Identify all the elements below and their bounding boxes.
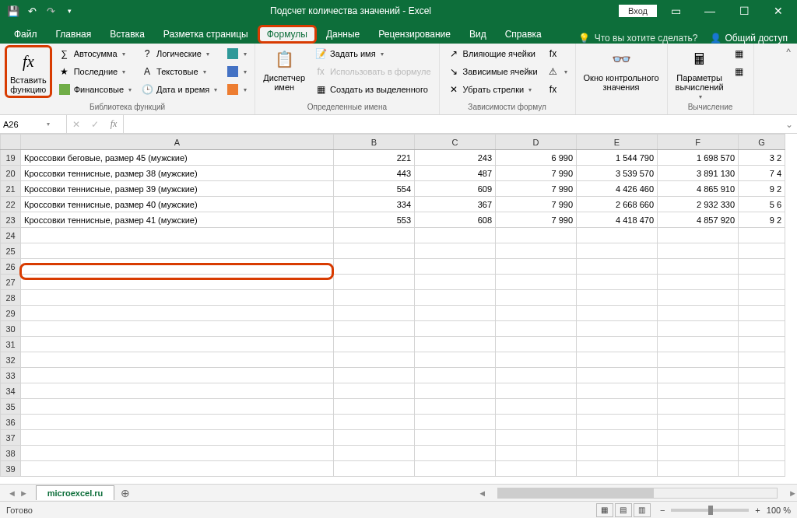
cell[interactable] [496,275,577,290]
cell[interactable]: 443 [334,166,415,181]
tell-me-search[interactable]: 💡 Что вы хотите сделать? [578,33,698,44]
cell[interactable] [577,228,658,243]
cell[interactable] [496,321,577,337]
table-row[interactable]: 33 [1,368,785,383]
formula-input[interactable] [124,115,781,133]
table-row[interactable]: 23 Кроссовки теннисные, размер 41 (мужск… [1,212,785,228]
calc-now-button[interactable]: ▦ [730,45,749,62]
cell[interactable] [21,243,334,259]
cell[interactable] [415,243,496,259]
cell[interactable]: 487 [415,166,496,181]
row-header[interactable]: 35 [1,399,21,415]
col-header[interactable]: D [496,135,577,150]
cell[interactable] [496,368,577,383]
row-header[interactable]: 28 [1,290,21,306]
row-header[interactable]: 29 [1,306,21,321]
cell[interactable]: 2 668 660 [577,197,658,212]
col-header[interactable]: C [415,135,496,150]
cell[interactable]: 3 539 570 [577,166,658,181]
cell[interactable]: Кроссовки теннисные, размер 39 (мужские) [21,181,334,197]
cell[interactable] [496,383,577,399]
name-manager-button[interactable]: 📋 Диспетчер имен [260,45,308,93]
cell[interactable] [658,352,739,368]
zoom-slider[interactable] [671,509,749,512]
cell[interactable] [658,275,739,290]
cell[interactable] [577,306,658,321]
cell[interactable]: 608 [415,212,496,228]
spreadsheet-grid[interactable]: A B C D E F G 19 Кроссовки беговые, разм… [0,134,797,484]
recent-button[interactable]: ★Последние [55,63,135,80]
sheet-nav-prev-icon[interactable]: ◄ [8,488,16,498]
table-row[interactable]: 19 Кроссовки беговые, размер 45 (мужские… [1,150,785,166]
cell[interactable] [739,275,785,290]
col-header[interactable]: A [21,135,334,150]
cell[interactable] [739,446,785,461]
cell[interactable] [658,290,739,306]
cell[interactable] [496,430,577,446]
cell[interactable] [415,352,496,368]
cell[interactable] [739,352,785,368]
sheet-tab[interactable]: microexcel.ru [36,485,115,500]
cell[interactable]: 7 990 [496,212,577,228]
cell[interactable] [577,259,658,275]
expand-formula-bar-icon[interactable]: ⌄ [781,115,797,133]
cell[interactable]: Кроссовки теннисные, размер 38 (мужские) [21,166,334,181]
cell[interactable] [415,321,496,337]
cell[interactable] [658,259,739,275]
table-row[interactable]: 38 [1,446,785,461]
horizontal-scrollbar[interactable] [497,488,778,499]
tab-formulas[interactable]: Формулы [258,25,317,44]
cell[interactable] [21,446,334,461]
remove-arrows-button[interactable]: ✕Убрать стрелки [444,81,541,98]
view-normal-icon[interactable]: ▦ [596,503,613,517]
col-header[interactable]: F [658,135,739,150]
cell[interactable] [496,461,577,477]
cell[interactable] [739,383,785,399]
redo-icon[interactable]: ↷ [44,4,58,18]
cell[interactable] [739,290,785,306]
cell[interactable]: 5 6 [739,197,785,212]
row-header[interactable]: 39 [1,461,21,477]
logical-button[interactable]: ?Логические [138,45,220,62]
cell[interactable] [658,415,739,430]
add-sheet-icon[interactable]: ⊕ [114,487,136,499]
cell[interactable] [496,446,577,461]
cell[interactable] [739,243,785,259]
close-icon[interactable]: ✕ [763,0,794,22]
cell[interactable]: Кроссовки теннисные, размер 40 (мужские) [21,197,334,212]
cell[interactable]: 1 698 570 [658,150,739,166]
tab-insert[interactable]: Вставка [100,25,154,44]
table-row[interactable]: 26 [1,259,785,275]
table-row[interactable]: 30 [1,321,785,337]
cell[interactable] [577,446,658,461]
cell[interactable] [415,368,496,383]
cell[interactable] [415,430,496,446]
tab-layout[interactable]: Разметка страницы [154,25,258,44]
cell[interactable] [334,290,415,306]
cell[interactable] [658,368,739,383]
cell[interactable] [658,321,739,337]
cell[interactable]: 9 2 [739,181,785,197]
cell[interactable] [577,321,658,337]
cell[interactable]: 4 857 920 [658,212,739,228]
cell[interactable] [496,290,577,306]
maximize-icon[interactable]: ☐ [729,0,760,22]
undo-icon[interactable]: ↶ [25,4,39,18]
lookup-button[interactable] [223,45,250,62]
cell[interactable] [415,275,496,290]
cell[interactable]: 6 990 [496,150,577,166]
text-button[interactable]: AТекстовые [138,63,220,80]
share-button[interactable]: 👤 Общий доступ [710,33,788,44]
evaluate-button[interactable]: fx [544,81,571,98]
cell[interactable] [21,368,334,383]
cell[interactable] [739,259,785,275]
table-row[interactable]: 24 [1,228,785,243]
cell[interactable] [496,337,577,352]
table-row[interactable]: 27 [1,275,785,290]
cell[interactable]: 7 990 [496,181,577,197]
cell[interactable] [415,446,496,461]
tab-data[interactable]: Данные [317,25,369,44]
create-from-selection-button[interactable]: ▦Создать из выделенного [311,81,434,98]
cell[interactable] [21,461,334,477]
cell[interactable] [577,352,658,368]
